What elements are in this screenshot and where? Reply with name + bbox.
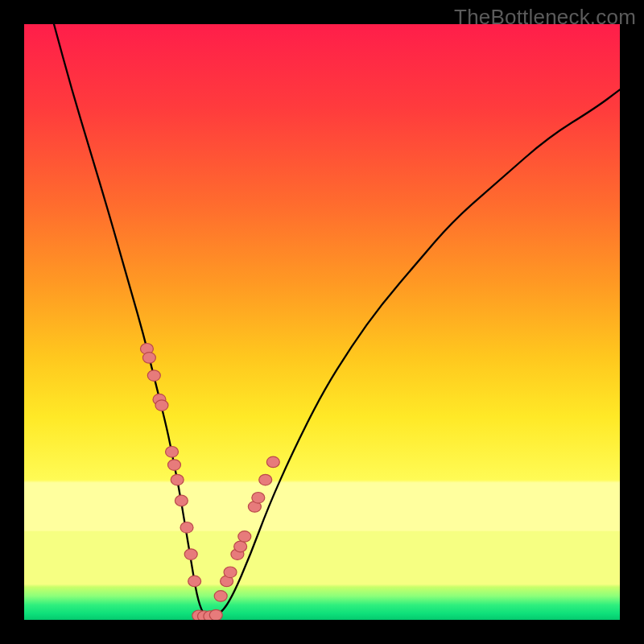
chart-frame: TheBottleneck.com [0, 0, 644, 644]
marker-cluster-left [140, 344, 200, 587]
watermark-text: TheBottleneck.com [454, 5, 636, 30]
curve-marker [147, 370, 160, 382]
curve-marker [184, 549, 197, 560]
curve-marker [167, 460, 180, 471]
curve-marker [234, 541, 247, 552]
curve-marker [188, 576, 201, 587]
curve-marker [175, 495, 188, 506]
plot-area [24, 24, 620, 620]
bottleneck-curve [54, 24, 620, 616]
curve-marker [155, 400, 168, 411]
curve-marker [171, 474, 184, 485]
curve-marker [180, 522, 193, 534]
marker-cluster-right [214, 456, 279, 601]
bottleneck-curve-layer [24, 24, 620, 620]
curve-marker [252, 493, 265, 504]
marker-cluster-bottom [192, 609, 222, 620]
curve-marker [166, 447, 179, 458]
curve-marker [214, 591, 227, 602]
curve-marker [224, 567, 237, 578]
curve-marker [209, 609, 222, 620]
curve-marker [142, 353, 155, 364]
curve-marker [266, 456, 279, 468]
curve-marker [238, 531, 251, 543]
curve-marker [259, 474, 272, 485]
